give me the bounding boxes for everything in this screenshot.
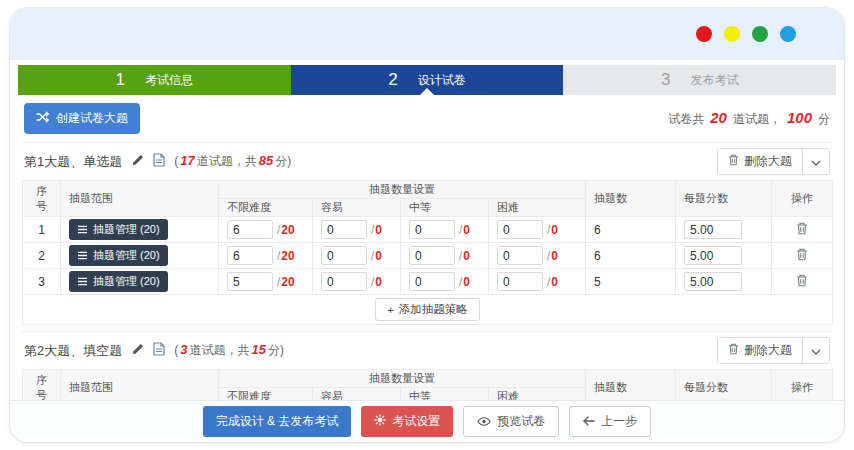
max-separator: / bbox=[459, 223, 462, 237]
easy-count-input[interactable] bbox=[321, 220, 367, 239]
toolbar: 创建试卷大题 试卷共 20 道试题， 100 分 bbox=[22, 95, 832, 142]
col-header-score: 每题分数 bbox=[676, 181, 772, 217]
hard-max: 0 bbox=[551, 223, 558, 237]
gear-icon bbox=[374, 414, 386, 429]
previous-step-button[interactable]: 上一步 bbox=[569, 406, 651, 437]
hard-count-input[interactable] bbox=[497, 220, 543, 239]
exam-settings-button[interactable]: 考试设置 bbox=[361, 406, 453, 437]
add-strategy-button[interactable]: +添加抽题策略 bbox=[375, 298, 480, 321]
bottom-action-bar: 完成设计 & 去发布考试 考试设置 预览试卷 上一步 bbox=[10, 400, 844, 442]
list-icon bbox=[77, 250, 88, 262]
edit-section-button[interactable] bbox=[131, 343, 144, 359]
view-questions-button[interactable] bbox=[153, 342, 165, 359]
summary-question-count: 20 bbox=[708, 109, 729, 126]
hard-max: 0 bbox=[551, 275, 558, 289]
section-meta: ( 3 道试题，共 15 分) bbox=[174, 342, 284, 359]
max-separator: / bbox=[277, 275, 280, 289]
step-tab-publish-exam[interactable]: 3 发布考试 bbox=[563, 65, 836, 95]
delete-row-button[interactable] bbox=[794, 272, 810, 292]
medium-max: 0 bbox=[463, 275, 470, 289]
plus-icon: + bbox=[387, 304, 394, 316]
summary-suffix: 分 bbox=[818, 111, 830, 128]
meta-question-count: 3 bbox=[178, 342, 189, 357]
finish-and-publish-button[interactable]: 完成设计 & 去发布考试 bbox=[203, 406, 352, 437]
step-tab-exam-info[interactable]: 1 考试信息 bbox=[18, 65, 291, 95]
file-icon bbox=[153, 153, 165, 170]
add-strategy-row: +添加抽题策略 bbox=[23, 295, 833, 325]
scope-badge-label: 抽题管理 (20) bbox=[93, 274, 160, 289]
meta-question-count: 17 bbox=[178, 153, 196, 168]
step-number: 2 bbox=[388, 70, 397, 90]
row-sn: 2 bbox=[23, 243, 61, 269]
no-limit-count-input[interactable] bbox=[227, 272, 273, 291]
col-header-medium: 中等 bbox=[401, 199, 489, 217]
medium-count-input[interactable] bbox=[409, 272, 455, 291]
row-draw-count: 6 bbox=[586, 217, 676, 243]
edit-section-button[interactable] bbox=[131, 154, 144, 170]
chevron-down-icon bbox=[811, 155, 821, 169]
trash-icon bbox=[728, 154, 739, 169]
preview-paper-button[interactable]: 预览试卷 bbox=[463, 406, 559, 437]
trash-icon bbox=[796, 223, 808, 238]
delete-section-split-button: 删除大题 bbox=[717, 337, 830, 364]
hard-count-input[interactable] bbox=[497, 272, 543, 291]
scope-badge[interactable]: 抽题管理 (20) bbox=[69, 219, 168, 240]
max-separator: / bbox=[371, 275, 374, 289]
col-header-easy: 容易 bbox=[313, 199, 401, 217]
no-limit-max: 20 bbox=[281, 275, 294, 289]
yellow-dot bbox=[724, 26, 740, 42]
section-title: 第2大题、填空题 bbox=[24, 342, 122, 360]
view-questions-button[interactable] bbox=[153, 153, 165, 170]
active-step-caret bbox=[420, 88, 434, 95]
medium-count-input[interactable] bbox=[409, 220, 455, 239]
max-separator: / bbox=[277, 249, 280, 263]
delete-section-split-button: 删除大题 bbox=[717, 148, 830, 175]
shuffle-icon bbox=[36, 111, 50, 126]
scope-badge[interactable]: 抽题管理 (20) bbox=[69, 271, 168, 292]
table-row: 1 抽题管理 (20) /20 /0 /0 /0 6 bbox=[23, 217, 833, 243]
meta-suffix: 分) bbox=[268, 342, 284, 359]
col-header-action: 操作 bbox=[772, 181, 833, 217]
per-question-score-input[interactable] bbox=[684, 220, 742, 239]
max-separator: / bbox=[371, 249, 374, 263]
step-label: 考试信息 bbox=[145, 72, 193, 89]
exam-settings-label: 考试设置 bbox=[392, 413, 440, 430]
section-more-button[interactable] bbox=[802, 149, 829, 174]
preview-paper-label: 预览试卷 bbox=[497, 413, 545, 430]
list-icon bbox=[77, 224, 88, 236]
easy-max: 0 bbox=[375, 249, 382, 263]
medium-max: 0 bbox=[463, 223, 470, 237]
max-separator: / bbox=[277, 223, 280, 237]
section-title: 第1大题、单选题 bbox=[24, 153, 122, 171]
delete-section-button[interactable]: 删除大题 bbox=[718, 149, 802, 174]
delete-row-button[interactable] bbox=[794, 246, 810, 266]
col-header-no-limit: 不限难度 bbox=[219, 199, 313, 217]
scope-badge[interactable]: 抽题管理 (20) bbox=[69, 245, 168, 266]
per-question-score-input[interactable] bbox=[684, 246, 742, 265]
delete-section-button[interactable]: 删除大题 bbox=[718, 338, 802, 363]
delete-row-button[interactable] bbox=[794, 220, 810, 240]
per-question-score-input[interactable] bbox=[684, 272, 742, 291]
no-limit-max: 20 bbox=[281, 223, 294, 237]
medium-count-input[interactable] bbox=[409, 246, 455, 265]
create-section-button[interactable]: 创建试卷大题 bbox=[24, 103, 140, 134]
hard-count-input[interactable] bbox=[497, 246, 543, 265]
question-section-1: 第1大题、单选题 ( 17 道试题，共 85 分) 删除大题 bbox=[22, 142, 832, 325]
easy-count-input[interactable] bbox=[321, 272, 367, 291]
pencil-icon bbox=[131, 343, 144, 359]
no-limit-count-input[interactable] bbox=[227, 246, 273, 265]
step-wizard: 1 考试信息 2 设计试卷 3 发布考试 bbox=[18, 65, 836, 95]
section-more-button[interactable] bbox=[802, 338, 829, 363]
easy-count-input[interactable] bbox=[321, 246, 367, 265]
green-dot bbox=[752, 26, 768, 42]
row-draw-count: 6 bbox=[586, 243, 676, 269]
create-section-label: 创建试卷大题 bbox=[56, 110, 128, 127]
no-limit-count-input[interactable] bbox=[227, 220, 273, 239]
step-number: 3 bbox=[661, 70, 670, 90]
max-separator: / bbox=[371, 223, 374, 237]
col-header-sn: 序号 bbox=[23, 181, 61, 217]
col-header-scope: 抽题范围 bbox=[61, 181, 219, 217]
scope-badge-label: 抽题管理 (20) bbox=[93, 248, 160, 263]
step-tab-design-paper[interactable]: 2 设计试卷 bbox=[291, 65, 564, 95]
easy-max: 0 bbox=[375, 275, 382, 289]
